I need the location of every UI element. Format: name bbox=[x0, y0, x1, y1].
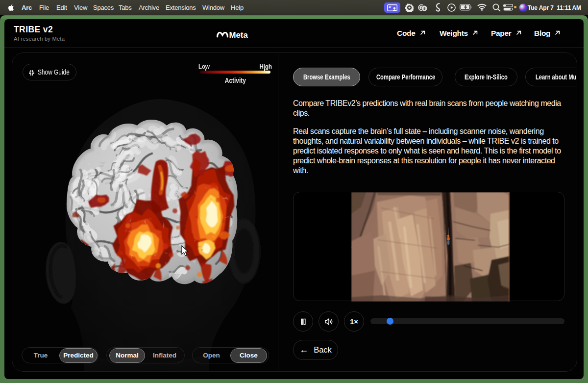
svg-text:Meta: Meta bbox=[229, 30, 248, 40]
svg-text:9: 9 bbox=[423, 6, 425, 11]
